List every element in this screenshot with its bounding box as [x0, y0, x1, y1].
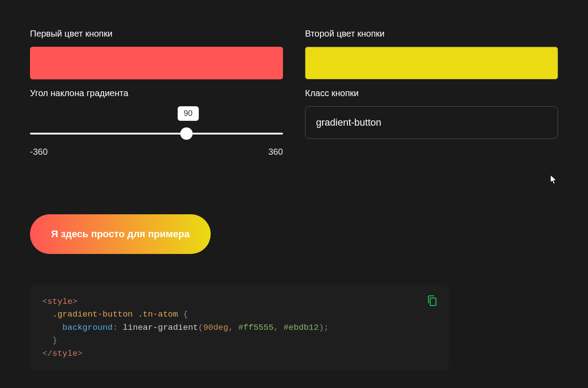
code-punc: >: [72, 297, 77, 306]
code-punc: (: [198, 323, 203, 332]
code-punc: ,: [274, 323, 284, 332]
code-punc: {: [178, 310, 188, 319]
code-punc: );: [319, 323, 329, 332]
code-output: <style> .gradient-button .tn-atom { back…: [30, 285, 449, 371]
class-input[interactable]: [305, 106, 558, 139]
label-class: Класс кнопки: [305, 88, 558, 98]
svg-rect-0: [430, 298, 436, 306]
code-func: linear-gradient: [123, 323, 198, 332]
copy-button[interactable]: [425, 293, 439, 310]
code-punc: }: [52, 336, 57, 345]
color-picker-2[interactable]: [305, 47, 558, 79]
preview-button[interactable]: Я здесь просто для примера: [30, 214, 211, 254]
code-prop: background: [63, 323, 113, 332]
angle-slider-wrap: 90 -360 360: [30, 106, 283, 157]
mouse-cursor-icon: [551, 175, 558, 185]
angle-max: 360: [268, 147, 283, 157]
color-picker-1[interactable]: [30, 47, 283, 79]
code-punc: ,: [228, 323, 238, 332]
code-punc: :: [113, 323, 123, 332]
code-punc: >: [78, 349, 82, 358]
code-hex: #ff5555: [238, 323, 274, 332]
code-tag: style: [47, 297, 72, 306]
label-angle: Угол наклона градиента: [30, 88, 283, 98]
code-selector: .gradient-button .tn-atom: [52, 310, 178, 319]
code-num: 90deg: [203, 323, 228, 332]
label-color1: Первый цвет кнопки: [30, 29, 283, 39]
code-punc: <: [42, 297, 47, 306]
angle-slider[interactable]: [30, 133, 283, 134]
copy-icon: [427, 295, 437, 307]
code-hex: #ebdb12: [283, 323, 319, 332]
code-tag: style: [52, 349, 78, 358]
label-color2: Второй цвет кнопки: [305, 29, 558, 39]
code-punc: </: [42, 349, 52, 358]
angle-value-badge: 90: [178, 106, 199, 121]
angle-min: -360: [30, 147, 48, 157]
